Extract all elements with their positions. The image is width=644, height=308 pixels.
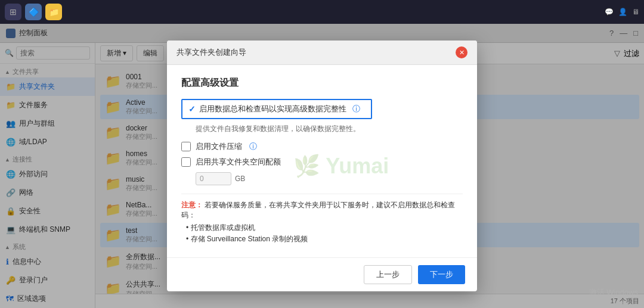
taskbar-right: 💬 👤 🖥	[605, 8, 639, 16]
taskbar: ⊞ 🔷 📁 💬 👤 🖥	[0, 0, 644, 24]
modal-footer: 上一步 下一步	[167, 257, 477, 291]
gb-input-row: GB	[196, 172, 463, 185]
checksum-info-icon[interactable]: ⓘ	[352, 104, 360, 114]
next-btn[interactable]: 下一步	[418, 265, 465, 284]
modal-header-title: 共享文件夹创建向导	[177, 47, 246, 58]
note-item-1: • 托管数据库或虚拟机	[186, 223, 463, 233]
modal-overlay: 🌿 Yumai 共享文件夹创建向导 ✕ 配置高级设置 ✓ 启用数据总和检查码以实…	[0, 24, 644, 308]
quota-input[interactable]	[196, 172, 231, 185]
taskbar-chat-icon[interactable]: 💬	[605, 8, 614, 16]
checksum-description: 提供文件自我修复和数据清理，以确保数据完整性。	[196, 124, 463, 134]
modal-close-btn[interactable]: ✕	[456, 46, 467, 58]
modal-section-title: 配置高级设置	[181, 77, 463, 89]
gb-unit-label: GB	[235, 175, 245, 183]
taskbar-person-icon[interactable]: 👤	[618, 8, 627, 16]
note-body: 若要确保服务质量，在将共享文件夹用于以下服务时，建议不启用数据总和检查码：	[181, 201, 455, 219]
quota-checkbox[interactable]	[181, 157, 191, 167]
desktop: 控制面板 ? — □ 🔍 ▲ 文件共享 📁	[0, 24, 644, 308]
checksum-option-box: ✓ 启用数据总和检查码以实现高级数据完整性 ⓘ	[181, 99, 372, 119]
compress-checkbox-wrapper[interactable]	[181, 142, 191, 151]
note-prefix: 注意：	[181, 201, 203, 209]
modal-dialog: 🌿 Yumai 共享文件夹创建向导 ✕ 配置高级设置 ✓ 启用数据总和检查码以实…	[167, 41, 477, 291]
checksum-option-row: ✓ 启用数据总和检查码以实现高级数据完整性 ⓘ	[181, 99, 463, 119]
note-section: 注意： 若要确保服务质量，在将共享文件夹用于以下服务时，建议不启用数据总和检查码…	[181, 194, 463, 244]
modal-body: 配置高级设置 ✓ 启用数据总和检查码以实现高级数据完整性 ⓘ 提供文件自我修复和…	[167, 65, 477, 257]
compress-checkbox[interactable]	[181, 142, 191, 151]
note-text: 注意： 若要确保服务质量，在将共享文件夹用于以下服务时，建议不启用数据总和检查码…	[181, 200, 463, 220]
quota-checkbox-wrapper[interactable]	[181, 157, 191, 167]
compress-info-icon[interactable]: ⓘ	[249, 141, 257, 152]
compress-label: 启用文件压缩	[196, 141, 242, 152]
modal-header: 共享文件夹创建向导 ✕	[167, 41, 477, 65]
taskbar-folder-icon[interactable]: 📁	[45, 4, 62, 20]
checkmark-icon: ✓	[188, 104, 196, 114]
quota-label: 启用共享文件夹空间配额	[196, 157, 281, 167]
quota-option-row: 启用共享文件夹空间配额	[181, 157, 463, 167]
prev-btn[interactable]: 上一步	[364, 265, 412, 284]
note-item-2: • 存储 Surveillance Station 录制的视频	[186, 234, 463, 244]
taskbar-puzzle-icon[interactable]: 🔷	[25, 4, 42, 20]
compress-option-row: 启用文件压缩 ⓘ	[181, 141, 463, 152]
taskbar-display-icon[interactable]: 🖥	[632, 8, 639, 16]
checksum-label: 启用数据总和检查码以实现高级数据完整性	[199, 104, 346, 114]
taskbar-grid-icon[interactable]: ⊞	[5, 4, 21, 20]
